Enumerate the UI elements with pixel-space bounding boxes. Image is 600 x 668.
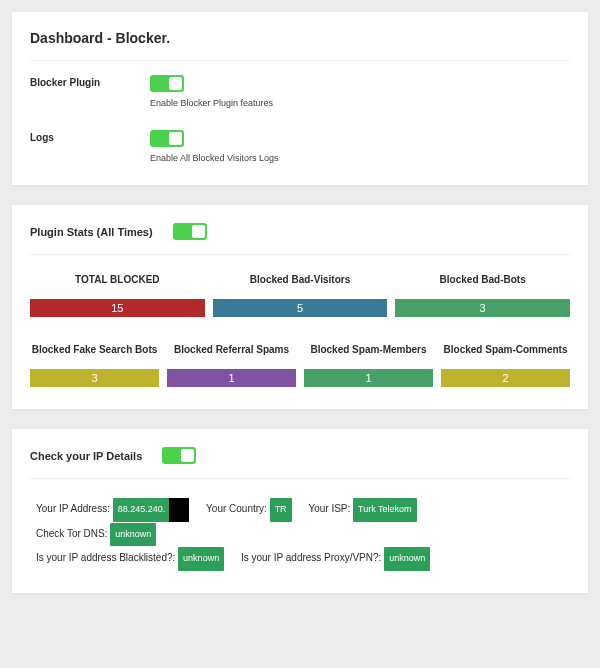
setting-hint: Enable Blocker Plugin features xyxy=(150,98,273,108)
stat-label: Blocked Fake Search Bots xyxy=(32,339,158,361)
ip-proxy-label: Is your IP address Proxy/VPN?: xyxy=(241,552,381,563)
stats-title: Plugin Stats (All Times) xyxy=(30,226,153,238)
stat-label: Blocked Spam-Comments xyxy=(444,339,568,361)
stat-value: 2 xyxy=(441,369,570,387)
ip-address-value: 88.245.240. xyxy=(113,498,190,522)
stat-value: 5 xyxy=(213,299,388,317)
blocker-plugin-toggle[interactable] xyxy=(150,75,184,92)
stat-bad-visitors: Blocked Bad-Visitors 5 xyxy=(213,269,388,317)
ip-tor-label: Check Tor DNS: xyxy=(36,528,108,539)
stats-row-1: TOTAL BLOCKED 15 Blocked Bad-Visitors 5 … xyxy=(30,269,570,317)
ip-blacklist-label: Is your IP address Blacklisted?: xyxy=(36,552,175,563)
ip-country-item: Your Country: TR xyxy=(206,497,292,522)
ip-header: Check your IP Details xyxy=(30,447,570,464)
setting-hint: Enable All Blocked Visitors Logs xyxy=(150,153,278,163)
toggle-knob xyxy=(192,225,205,238)
stat-label: Blocked Bad-Visitors xyxy=(250,269,350,291)
stats-toggle[interactable] xyxy=(173,223,207,240)
stat-value: 1 xyxy=(304,369,433,387)
dashboard-panel: Dashboard - Blocker. Blocker Plugin Enab… xyxy=(12,12,588,185)
stat-label: Blocked Bad-Bots xyxy=(440,269,526,291)
ip-proxy-value: unknown xyxy=(384,547,430,571)
stat-total-blocked: TOTAL BLOCKED 15 xyxy=(30,269,205,317)
ip-toggle[interactable] xyxy=(162,447,196,464)
setting-label: Blocker Plugin xyxy=(30,75,150,88)
ip-country-value: TR xyxy=(270,498,292,522)
divider xyxy=(30,478,570,479)
stats-row-2: Blocked Fake Search Bots 3 Blocked Refer… xyxy=(30,339,570,387)
ip-tor-item: Check Tor DNS: unknown xyxy=(36,522,156,547)
stat-value: 3 xyxy=(30,369,159,387)
ip-title: Check your IP Details xyxy=(30,450,142,462)
setting-row-logs: Logs Enable All Blocked Visitors Logs xyxy=(30,130,570,163)
stat-bad-bots: Blocked Bad-Bots 3 xyxy=(395,269,570,317)
setting-label: Logs xyxy=(30,130,150,143)
stat-value: 3 xyxy=(395,299,570,317)
ip-proxy-item: Is your IP address Proxy/VPN?: unknown xyxy=(241,546,430,571)
logs-toggle[interactable] xyxy=(150,130,184,147)
stat-spam-comments: Blocked Spam-Comments 2 xyxy=(441,339,570,387)
stat-referral-spams: Blocked Referral Spams 1 xyxy=(167,339,296,387)
ip-country-label: Your Country: xyxy=(206,503,267,514)
ip-tor-value: unknown xyxy=(110,523,156,547)
ip-isp-value: Turk Telekom xyxy=(353,498,417,522)
stat-fake-search-bots: Blocked Fake Search Bots 3 xyxy=(30,339,159,387)
setting-body: Enable All Blocked Visitors Logs xyxy=(150,130,278,163)
setting-row-plugin: Blocker Plugin Enable Blocker Plugin fea… xyxy=(30,75,570,108)
divider xyxy=(30,254,570,255)
ip-address-label: Your IP Address: xyxy=(36,503,110,514)
ip-isp-label: Your ISP: xyxy=(308,503,350,514)
divider xyxy=(30,60,570,61)
stat-spam-members: Blocked Spam-Members 1 xyxy=(304,339,433,387)
toggle-knob xyxy=(169,77,182,90)
page-title: Dashboard - Blocker. xyxy=(30,30,570,46)
ip-address-item: Your IP Address: 88.245.240. xyxy=(36,497,189,522)
ip-details: Your IP Address: 88.245.240. Your Countr… xyxy=(30,497,570,571)
ip-isp-item: Your ISP: Turk Telekom xyxy=(308,497,416,522)
stat-label: Blocked Spam-Members xyxy=(310,339,426,361)
ip-panel: Check your IP Details Your IP Address: 8… xyxy=(12,429,588,593)
toggle-knob xyxy=(181,449,194,462)
stat-value: 1 xyxy=(167,369,296,387)
stat-label: Blocked Referral Spams xyxy=(174,339,289,361)
ip-blacklist-item: Is your IP address Blacklisted?: unknown xyxy=(36,546,224,571)
stats-header: Plugin Stats (All Times) xyxy=(30,223,570,240)
ip-blacklist-value: unknown xyxy=(178,547,224,571)
setting-body: Enable Blocker Plugin features xyxy=(150,75,273,108)
stats-panel: Plugin Stats (All Times) TOTAL BLOCKED 1… xyxy=(12,205,588,409)
stat-label: TOTAL BLOCKED xyxy=(75,269,159,291)
stat-value: 15 xyxy=(30,299,205,317)
toggle-knob xyxy=(169,132,182,145)
